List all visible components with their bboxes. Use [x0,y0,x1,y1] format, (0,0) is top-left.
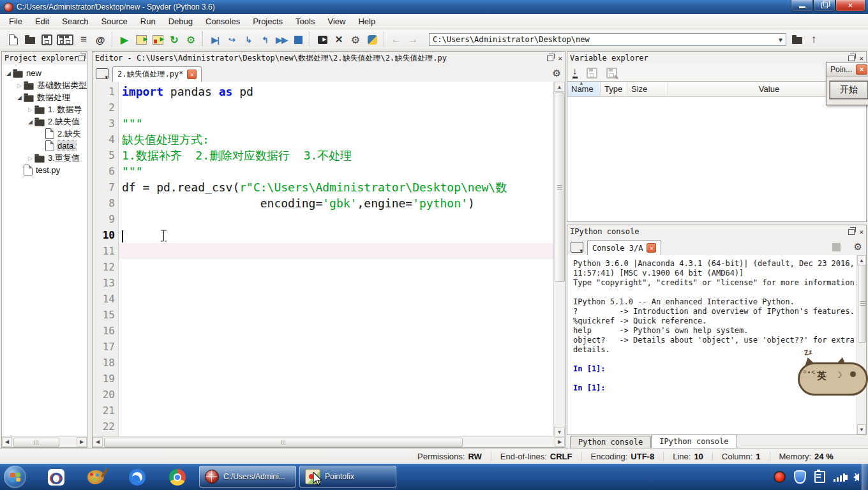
console-vscrollbar[interactable]: ▲ ▼ [857,255,866,434]
console-output[interactable]: Python 3.6.0 |Anaconda 4.3.1 (64-bit)| (… [567,255,866,434]
close-button[interactable]: ✕ [835,0,865,11]
save-icon[interactable] [40,33,53,47]
code-line[interactable]: encoding='gbk',engine='python') [119,195,554,211]
code-line[interactable]: 缺失值处理方式: [119,131,554,147]
close-pane-icon[interactable]: ✕ [859,228,864,236]
code-line[interactable] [119,387,554,403]
debug-continue-icon[interactable]: ▶▶ [275,33,288,47]
project-hscrollbar[interactable]: ◀ ▶ [2,436,87,447]
code-line[interactable] [119,275,554,291]
restore-button[interactable] [813,0,835,11]
code-line[interactable] [119,403,554,419]
scroll-thumb[interactable] [104,438,463,447]
run-file-icon[interactable]: ▶ [118,33,131,47]
debug-step-into-icon[interactable]: ↳ [242,33,255,47]
quicklaunch-browser-icon[interactable] [127,467,147,487]
ime-cat-sticker[interactable]: Zz =•< 英 ☽ [795,348,868,401]
forward-icon[interactable]: → [407,33,419,47]
editor-options-gear-icon[interactable]: ⚙ [553,68,561,79]
debug-step-out-icon[interactable]: ↰ [258,33,271,47]
browse-tabs-icon[interactable] [96,68,108,79]
code-line[interactable]: """ [119,115,554,131]
code-line[interactable] [119,100,554,115]
find-symbols-icon[interactable]: @ [94,33,107,47]
quicklaunch-chrome-icon[interactable] [167,467,188,487]
scroll-down-icon[interactable]: ▼ [857,424,866,434]
expander-expanded-icon[interactable]: ◢ [4,70,13,77]
menu-view[interactable]: View [321,15,352,28]
tree-item[interactable]: ◢new [2,67,87,79]
security-shield-tray-icon[interactable] [794,470,806,484]
close-pane-icon[interactable]: ✕ [558,54,562,63]
code-line[interactable] [119,355,554,371]
save-all-icon[interactable] [57,33,73,47]
editor-tab[interactable]: 2.缺失值处理.py* ✕ [112,66,202,82]
code-area[interactable]: import pandas as pd"""缺失值处理方式:1.数据补齐 2.删… [119,82,554,437]
browse-tabs-icon[interactable] [571,242,583,253]
combo-dropdown-icon[interactable]: ▼ [775,36,786,43]
code-line[interactable]: """ [119,163,554,179]
pointofix-start-button[interactable]: 开始 [830,81,868,99]
browse-directory-icon[interactable] [791,33,804,47]
menu-source[interactable]: Source [95,15,134,28]
code-line[interactable] [119,227,554,243]
recording-tray-icon[interactable] [774,471,786,483]
menu-search[interactable]: Search [56,15,94,28]
back-icon[interactable]: ← [390,33,403,47]
code-line[interactable] [119,291,554,307]
console-pane-tab-python-console[interactable]: Python console [570,436,651,448]
code-line[interactable] [119,339,554,355]
code-line[interactable] [119,371,554,387]
tab-close-icon[interactable]: ✕ [187,70,197,79]
working-directory-combobox[interactable]: C:\Users\Administrator\Desktop\new ▼ [429,33,786,46]
code-line[interactable] [119,419,554,434]
menu-file[interactable]: File [3,15,29,28]
tab-close-icon[interactable]: ✕ [647,243,656,253]
tree-item[interactable]: ◢2.缺失值 [2,115,87,128]
power-plan-tray-icon[interactable] [814,471,825,483]
scroll-thumb[interactable] [858,265,866,343]
pointofix-titlebar[interactable]: Poin... ✕ [827,63,868,77]
undock-icon[interactable] [79,56,85,61]
editor-hscrollbar[interactable]: ◀ ▶ [93,436,565,447]
code-line[interactable]: 1.数据补齐 2.删除对应数据行 3.不处理 [119,147,554,163]
new-window-icon[interactable] [316,33,329,47]
ime-language-mode[interactable]: 英 [817,370,827,382]
scroll-thumb[interactable] [555,93,565,282]
parent-directory-icon[interactable]: ↑ [807,33,820,47]
expander-collapsed-icon[interactable]: ▷ [26,155,34,161]
scroll-right-icon[interactable]: ▶ [555,437,565,447]
console-tab[interactable]: Console 3/A ✕ [587,240,661,255]
menu-help[interactable]: Help [352,15,382,28]
tree-item[interactable]: ▷3.重复值 [2,152,87,164]
console-pane-tab-ipython-console[interactable]: IPython console [651,434,737,448]
code-line[interactable] [119,259,554,275]
pointofix-close-icon[interactable]: ✕ [856,64,867,75]
code-line[interactable] [119,323,554,339]
editor-vscrollbar[interactable]: ▲ ▼ [553,82,565,437]
menu-edit[interactable]: Edit [29,15,56,28]
scroll-left-icon[interactable]: ◀ [2,437,12,447]
column-size[interactable]: Size [627,82,668,96]
expander-expanded-icon[interactable]: ◢ [26,119,34,125]
column-name[interactable]: Name▲ [567,82,601,96]
scroll-thumb[interactable] [13,438,59,447]
menu-projects[interactable]: Projects [246,15,289,28]
pythonpath-manager-icon[interactable] [366,33,378,47]
tree-item[interactable]: ▷1. 数据导 [2,103,87,115]
scroll-up-icon[interactable]: ▲ [554,82,565,92]
run-cell-icon[interactable] [135,33,147,47]
debug-stop-icon[interactable] [292,33,304,47]
minimize-button[interactable] [791,0,813,11]
menu-consoles[interactable]: Consoles [199,15,246,28]
expander-collapsed-icon[interactable]: ▷ [26,107,34,113]
tree-item[interactable]: ▷基础数据类型 [2,79,87,91]
undock-icon[interactable] [848,229,855,235]
code-line[interactable]: df = pd.read_csv(r"C:\Users\Administrato… [119,179,554,195]
open-file-icon[interactable] [24,33,36,47]
undock-icon[interactable] [848,56,855,61]
menu-debug[interactable]: Debug [162,15,199,28]
debug-step-icon[interactable]: ↪ [225,33,238,47]
run-cell-advance-icon[interactable] [151,33,164,47]
code-line[interactable] [119,211,554,227]
